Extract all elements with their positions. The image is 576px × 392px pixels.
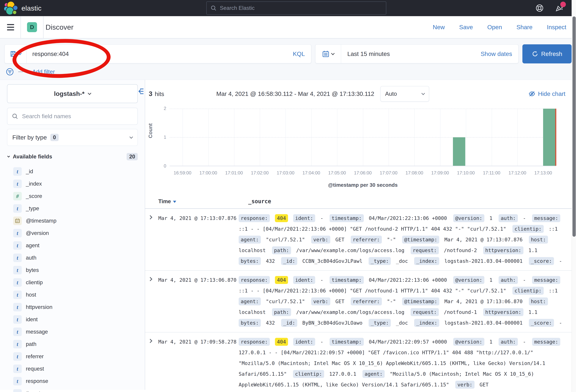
refresh-label: Refresh xyxy=(541,51,562,57)
field-item-referrer[interactable]: treferrer xyxy=(0,350,145,363)
query-language-button[interactable]: KQL xyxy=(293,51,311,57)
main-content: logstash-* Search field names Filter by … xyxy=(0,80,576,390)
refresh-button[interactable]: Refresh xyxy=(522,44,572,63)
field-item-type[interactable]: t_type xyxy=(0,202,145,215)
scrollbar[interactable] xyxy=(572,0,576,392)
field-value: - xyxy=(320,339,323,345)
field-name: path xyxy=(26,341,36,347)
field-item-httpversion[interactable]: thttpversion xyxy=(0,301,145,313)
x-tick-label: 17:00:00 xyxy=(200,170,217,176)
field-item-timestamp[interactable]: @timestamp xyxy=(0,215,145,227)
field-value: "-" xyxy=(387,299,396,304)
string-field-icon: t xyxy=(13,229,22,237)
open-button[interactable]: Open xyxy=(487,24,502,31)
field-value: 432 xyxy=(266,320,275,326)
field-value: 1 xyxy=(490,277,492,283)
field-item-score[interactable]: #_score xyxy=(0,190,145,202)
expand-row-button[interactable] xyxy=(149,213,158,266)
field-value: "-" xyxy=(387,237,396,243)
expand-row-button[interactable] xyxy=(149,275,158,328)
chevron-down-icon xyxy=(331,52,335,55)
filter-icon[interactable] xyxy=(6,68,14,76)
field-item-timestamp[interactable]: ttimestamp xyxy=(0,387,145,392)
x-tick-label: 17:02:00 xyxy=(251,170,269,176)
row-time: Mar 4, 2021 @ 17:09:58.278 xyxy=(158,336,239,390)
filter-bar: + Add filter xyxy=(4,63,572,77)
x-tick-label: 17:03:00 xyxy=(277,170,294,176)
field-name-badge: response: xyxy=(239,214,270,222)
field-name-badge: ident: xyxy=(293,214,315,222)
field-value: Mar 4, 2021 @ 17:13:06.870 xyxy=(444,299,522,304)
field-value: CCBN_3cB04dGovJLPawl xyxy=(302,258,362,264)
share-button[interactable]: Share xyxy=(516,24,532,31)
hide-chart-button[interactable]: Hide chart xyxy=(529,90,565,97)
new-button[interactable]: New xyxy=(433,24,445,31)
field-item-agent[interactable]: tagent xyxy=(0,239,145,252)
field-name: request xyxy=(26,366,44,372)
table-header: Time _source xyxy=(145,198,576,209)
field-item-index[interactable]: t_index xyxy=(0,178,145,190)
x-axis-ticks: 16:59:0017:00:0017:01:0017:02:0017:03:00… xyxy=(170,170,556,178)
global-search-input[interactable]: Search Elastic xyxy=(206,1,386,15)
time-column-header[interactable]: Time xyxy=(158,198,248,204)
available-fields-header[interactable]: Available fields 20 xyxy=(8,153,138,160)
field-value: /notfound-1 xyxy=(444,309,477,315)
filter-by-type-select[interactable]: Filter by type 0 xyxy=(7,129,138,146)
field-name: auth xyxy=(26,255,36,261)
newsfeed-button[interactable] xyxy=(555,4,564,12)
histogram-chart[interactable]: Count 012 16:59:0017:00:0017:01:0017:02:… xyxy=(145,106,576,192)
expand-row-button[interactable] xyxy=(149,336,158,390)
inspect-button[interactable]: Inspect xyxy=(547,24,566,31)
notification-dot xyxy=(560,2,566,7)
field-item-id[interactable]: t_id xyxy=(0,165,145,178)
quick-select-menu-button[interactable] xyxy=(316,45,341,63)
field-item-clientip[interactable]: tclientip xyxy=(0,276,145,289)
field-search-input[interactable]: Search field names xyxy=(7,108,138,125)
field-name: bytes xyxy=(26,267,39,273)
field-item-response[interactable]: tresponse xyxy=(0,375,145,387)
save-button[interactable]: Save xyxy=(459,24,473,31)
show-dates-button[interactable]: Show dates xyxy=(481,51,518,57)
query-input[interactable]: response:404 xyxy=(27,51,293,57)
help-icon[interactable] xyxy=(536,4,544,12)
field-name-badge: referrer: xyxy=(351,236,382,244)
field-item-request[interactable]: trequest xyxy=(0,363,145,375)
field-item-auth[interactable]: tauth xyxy=(0,252,145,264)
time-range-value[interactable]: Last 15 minutes xyxy=(341,51,481,57)
add-filter-button[interactable]: + Add filter xyxy=(28,69,55,75)
available-fields-count: 20 xyxy=(127,153,138,160)
field-name-badge: path: xyxy=(272,246,291,254)
index-pattern-selector[interactable]: logstash-* xyxy=(7,84,138,103)
field-value: _doc xyxy=(396,258,408,264)
field-name-badge: path: xyxy=(272,308,291,316)
interval-select[interactable]: Auto xyxy=(380,86,429,102)
field-name-badge: auth: xyxy=(499,214,518,222)
field-name-badge: verb: xyxy=(311,236,330,244)
field-item-host[interactable]: thost xyxy=(0,289,145,301)
saved-query-menu-button[interactable] xyxy=(5,45,27,63)
string-field-icon: t xyxy=(13,377,22,385)
field-name-badge: message: xyxy=(532,214,560,222)
field-value: 04/Mar/2021:22:13:06 +0000 xyxy=(369,215,447,221)
scrollbar-thumb[interactable] xyxy=(573,16,576,237)
field-item-message[interactable]: tmessage xyxy=(0,326,145,338)
collapse-sidebar-button[interactable] xyxy=(136,87,144,96)
field-value: ByBN_3cB04dGovJLOawo xyxy=(302,320,362,326)
field-value: GET xyxy=(335,299,345,304)
field-item-path[interactable]: tpath xyxy=(0,338,145,350)
elastic-logo[interactable]: elastic xyxy=(4,1,42,15)
field-value: - xyxy=(523,339,526,345)
field-name-badge: clientip: xyxy=(293,370,324,378)
date-picker: Last 15 minutes Show dates xyxy=(315,44,518,63)
histogram-bar-17:13:00[interactable] xyxy=(543,109,555,166)
field-item-version[interactable]: t@version xyxy=(0,227,145,239)
string-field-icon: t xyxy=(13,167,22,176)
divider xyxy=(43,16,43,38)
string-field-icon: t xyxy=(13,180,22,188)
field-value: localhost xyxy=(239,309,266,315)
field-item-ident[interactable]: tident xyxy=(0,313,145,326)
menu-hamburger-button[interactable] xyxy=(7,24,14,30)
string-field-icon: t xyxy=(13,328,22,336)
histogram-bar-17:09:30[interactable] xyxy=(453,137,465,166)
field-item-bytes[interactable]: tbytes xyxy=(0,264,145,276)
